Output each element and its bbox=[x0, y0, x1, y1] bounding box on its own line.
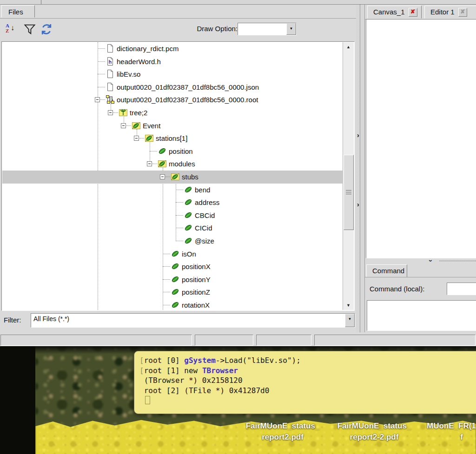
collapse-minus-icon[interactable] bbox=[147, 161, 152, 166]
status-cell bbox=[195, 335, 253, 346]
tree-item-libev-so[interactable]: libEv.so bbox=[2, 68, 343, 81]
leaf-icon bbox=[171, 300, 180, 309]
splitter-down-chevron-icon[interactable]: › bbox=[427, 260, 435, 262]
splitter-dotted-line bbox=[360, 5, 360, 332]
desktop-icon-label-line1: MUonE_FR(1 bbox=[427, 421, 476, 432]
tree-item-dictionary-rdict-pcm[interactable]: dictionary_rdict.pcm bbox=[2, 42, 343, 55]
tree-connector-line bbox=[163, 305, 170, 305]
tree-connector-line bbox=[176, 241, 183, 241]
filter-dropdown-arrow[interactable]: ▼ bbox=[345, 314, 355, 327]
tree-item-stations-1-[interactable]: stations[1] bbox=[2, 132, 343, 145]
draw-option-dropdown-arrow[interactable]: ▼ bbox=[286, 23, 296, 35]
tree-item-rotationx[interactable]: rotationX bbox=[2, 299, 343, 310]
file-icon bbox=[106, 82, 115, 92]
tree-item-label: position bbox=[169, 145, 193, 158]
desktop-black-strip bbox=[0, 346, 35, 454]
vertical-splitter[interactable]: › › bbox=[356, 5, 365, 332]
scrollbar-thumb[interactable] bbox=[344, 155, 354, 230]
tab-canvas-1[interactable]: Canvas_1 ✘ bbox=[367, 6, 422, 19]
collapse-minus-icon[interactable] bbox=[121, 123, 126, 128]
canvas-1-area[interactable] bbox=[366, 19, 476, 258]
tree-item-label: rotationX bbox=[182, 299, 210, 310]
tab-command[interactable]: Command bbox=[366, 264, 407, 277]
filter-label: Filter: bbox=[4, 316, 21, 324]
tree-item-address[interactable]: address bbox=[2, 196, 343, 209]
close-canvas-icon[interactable]: ✘ bbox=[409, 8, 417, 17]
desktop-icon-fairmuone-status-report2-2-pdf[interactable]: FairMUonE_status_report2-2.pdf bbox=[321, 421, 428, 443]
splitter-right-chevron-icon[interactable]: › bbox=[357, 200, 359, 209]
filter-button[interactable] bbox=[23, 23, 37, 37]
terminal-text: (TBrowser *) 0x2158120 bbox=[139, 376, 243, 385]
close-editor-icon[interactable]: ✘ bbox=[458, 8, 467, 17]
scroll-up-arrow[interactable]: ▲ bbox=[343, 42, 354, 52]
filter-combobox[interactable]: All Files (*.*) ▼ bbox=[31, 313, 355, 328]
terminal-text: ->Load("libEv.so"); bbox=[216, 356, 301, 365]
draw-option-combobox[interactable]: ▼ bbox=[238, 23, 297, 35]
scrollbar-grip-icon bbox=[346, 190, 351, 195]
terminal-text: root [2] (TFile *) 0x41287d0 bbox=[139, 386, 269, 395]
tree-item-positionx[interactable]: positionX bbox=[2, 260, 343, 273]
collapse-minus-icon[interactable] bbox=[134, 136, 139, 141]
refresh-button[interactable] bbox=[40, 23, 54, 37]
tree-item-label: tree;2 bbox=[130, 106, 147, 119]
tab-editor-1[interactable]: Editor 1 ✘ bbox=[424, 6, 476, 19]
tree-connector-line bbox=[176, 215, 183, 216]
collapse-minus-icon[interactable] bbox=[108, 110, 113, 115]
desktop-icon-label-line2: f bbox=[427, 432, 476, 443]
desktop-icon-label-line2: report2.pdf bbox=[229, 432, 336, 443]
tree-item-label: positionZ bbox=[182, 286, 210, 299]
hfile-icon: h bbox=[106, 57, 115, 66]
tree-item-output0020-01df02387-01df8bc56-0000-root[interactable]: output0020_01df02387_01df8bc56_0000.root bbox=[2, 93, 343, 106]
sort-alpha-button[interactable]: A Z ↓ bbox=[5, 23, 19, 37]
collapse-minus-icon[interactable] bbox=[95, 97, 100, 102]
tree-item-output0020-01df02387-01df8bc56-0000-json[interactable]: output0020_01df02387_01df8bc56_0000.json bbox=[2, 81, 343, 94]
splitter-right-chevron-icon[interactable]: › bbox=[357, 131, 359, 139]
tree-item-position[interactable]: position bbox=[2, 145, 343, 158]
tree-item-event[interactable]: Event bbox=[2, 119, 343, 132]
tree-scrollbar[interactable]: ▲ ▼ bbox=[343, 42, 354, 310]
tree-item-label: stations[1] bbox=[156, 132, 187, 145]
tree-item-cbcid[interactable]: CBCid bbox=[2, 209, 343, 222]
tree-connector-line bbox=[98, 61, 105, 62]
leaf-icon bbox=[171, 249, 180, 258]
tree-connector-line bbox=[176, 228, 183, 228]
desktop-icon-label-line2: report2-2.pdf bbox=[321, 432, 428, 443]
tree-item-stubs[interactable]: stubs bbox=[2, 171, 343, 184]
tab-editor-1-label: Editor 1 bbox=[430, 6, 455, 18]
leaf-icon bbox=[184, 223, 193, 232]
tree-item-bend[interactable]: bend bbox=[2, 184, 343, 197]
tree-item-tree-2[interactable]: tree;2 bbox=[2, 106, 343, 119]
desktop-icon-muone-fr-1f[interactable]: MUonE_FR(1f bbox=[427, 421, 476, 443]
horizontal-splitter[interactable]: › bbox=[365, 257, 476, 264]
command-history-list[interactable] bbox=[367, 300, 476, 331]
root-terminal-window[interactable]: [root [0] gSystem->Load("libEv.so");[roo… bbox=[134, 351, 476, 414]
sort-alpha-icon: A Z ↓ bbox=[5, 23, 19, 37]
tab-files[interactable]: Files bbox=[1, 5, 35, 18]
status-bar bbox=[0, 334, 476, 346]
tree-connector-line bbox=[163, 254, 170, 254]
tree-item-label: headerWord.h bbox=[117, 55, 161, 68]
rootfile-icon bbox=[106, 95, 115, 104]
tree-item-label: address bbox=[195, 196, 219, 209]
top-strip-divider bbox=[41, 0, 41, 4]
tree-item-positiony[interactable]: positionY bbox=[2, 273, 343, 286]
tab-canvas-1-label: Canvas_1 bbox=[373, 6, 405, 18]
command-input[interactable] bbox=[447, 283, 476, 295]
tree-connector-line bbox=[152, 164, 157, 164]
filter-value[interactable]: All Files (*.*) bbox=[31, 314, 345, 327]
tree-connector-line bbox=[176, 190, 183, 190]
desktop-icon-fairmuone-status-report2-pdf[interactable]: FairMUonE_status_report2.pdf bbox=[229, 421, 336, 443]
tree-item-positionz[interactable]: positionZ bbox=[2, 286, 343, 299]
tree-item-cicid[interactable]: CICid bbox=[2, 222, 343, 235]
tree-item-ison[interactable]: isOn bbox=[2, 248, 343, 261]
tree-item-modules[interactable]: modules bbox=[2, 158, 343, 171]
file-icon bbox=[106, 69, 115, 79]
tree-item-headerword-h[interactable]: hheaderWord.h bbox=[2, 55, 343, 68]
tbrowser-window: Files A Z ↓ bbox=[0, 5, 476, 346]
scroll-down-arrow[interactable]: ▼ bbox=[343, 301, 354, 310]
filter-bar: Filter: All Files (*.*) ▼ bbox=[0, 312, 356, 328]
draw-option-value[interactable] bbox=[238, 23, 286, 35]
tree-item-label: CBCid bbox=[195, 209, 215, 222]
tree-item--size[interactable]: @size bbox=[2, 235, 343, 248]
collapse-minus-icon[interactable] bbox=[160, 174, 165, 179]
